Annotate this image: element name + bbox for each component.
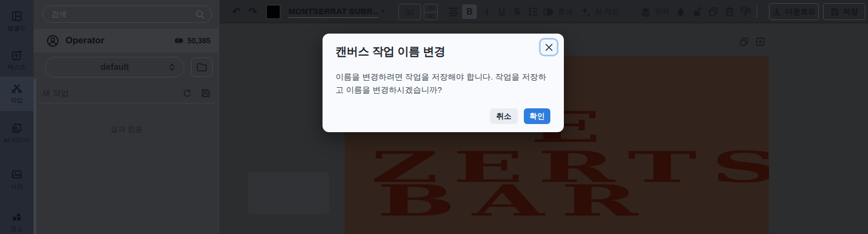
transparency-icon[interactable] <box>673 0 689 23</box>
app-root: 템플릿 텍스트 작업 AI 이미지 사진 요소 <box>0 0 868 234</box>
sparkles-icon <box>581 6 591 17</box>
open-folder-button[interactable] <box>191 57 213 77</box>
rename-confirm-dialog: 캔버스 작업 이름 변경 이름을 변경하려면 작업을 저장해야 합니다. 작업을… <box>323 34 564 132</box>
folder-icon <box>196 62 207 72</box>
save-work-icon[interactable] <box>201 88 211 98</box>
undo-button[interactable]: ↶ <box>229 0 244 23</box>
sidebar-item-elements[interactable]: 요소 <box>0 205 34 234</box>
dialog-title: 캔버스 작업 이름 변경 <box>336 44 445 59</box>
confirm-button[interactable]: 확인 <box>524 108 550 124</box>
panel-scrollbar[interactable] <box>34 79 36 234</box>
search-input[interactable] <box>42 5 212 23</box>
chevron-down-icon: ▾ <box>382 7 385 15</box>
size-down-icon[interactable] <box>424 12 437 20</box>
font-size-input[interactable] <box>398 4 421 20</box>
layers-icon <box>640 6 651 17</box>
folder-select[interactable]: default <box>45 57 185 77</box>
ai-write-button[interactable]: AI 작성 <box>581 0 619 23</box>
work-name-row: 새 작업 <box>38 84 215 103</box>
work-name-input[interactable]: 새 작업 <box>42 88 69 99</box>
sidebar-item-label: AI 이미지 <box>4 136 30 145</box>
cancel-button[interactable]: 취소 <box>490 108 518 124</box>
close-button[interactable] <box>539 38 558 56</box>
format-painter-icon[interactable] <box>738 0 754 23</box>
user-icon <box>47 35 59 47</box>
bold-button[interactable]: B <box>462 4 477 19</box>
redo-button[interactable]: ↷ <box>245 0 260 23</box>
poster-tagline: Satisfy your <box>632 230 745 234</box>
position-button[interactable]: 위치 <box>640 0 669 23</box>
search-icon <box>195 9 205 20</box>
template-icon <box>11 11 22 22</box>
dialog-message: 이름을 변경하려면 작업을 저장해야 합니다. 작업을 저장하고 이름을 변경하… <box>336 70 551 96</box>
save-button[interactable]: 저장 <box>823 3 865 20</box>
blend-icon <box>543 7 554 17</box>
sidebar-item-label: 템플릿 <box>8 24 27 32</box>
coins-icon <box>174 37 184 44</box>
sidebar-item-label: 텍스트 <box>8 63 27 72</box>
download-label: 다운로드 <box>785 7 816 17</box>
size-up-icon[interactable] <box>424 4 437 12</box>
text-color-swatch[interactable] <box>266 5 280 19</box>
floppy-icon <box>831 8 839 16</box>
sidebar-item-templates[interactable]: 템플릿 <box>0 4 34 39</box>
ai-write-label: AI 작성 <box>595 7 619 17</box>
sidebar-item-label: 요소 <box>11 225 23 233</box>
sidebar-item-label: 사진 <box>11 183 23 191</box>
line-spacing-icon[interactable] <box>525 0 541 23</box>
poster-headline-line3: BAR <box>377 180 655 222</box>
credits-count: 50,385 <box>187 36 211 45</box>
sidebar-item-work[interactable]: 작업 <box>0 76 34 111</box>
folder-select-value: default <box>101 62 129 72</box>
font-size-stepper[interactable] <box>424 4 438 20</box>
photo-icon <box>11 169 22 180</box>
chevron-up-down-icon <box>169 63 175 72</box>
download-icon <box>772 7 781 16</box>
sidebar-item-photos[interactable]: 사진 <box>0 162 34 197</box>
download-button[interactable]: 다운로드 <box>769 3 819 20</box>
operator-row[interactable]: Operator 50,385 <box>34 29 219 53</box>
text-align-icon[interactable] <box>445 0 462 23</box>
strikethrough-button[interactable]: S <box>510 4 524 19</box>
trash-icon[interactable] <box>721 0 738 23</box>
scissors-icon <box>11 83 22 94</box>
elements-icon <box>11 211 22 222</box>
ai-image-icon <box>11 123 22 134</box>
underline-button[interactable]: U <box>495 4 509 19</box>
effects-button[interactable]: 효과 <box>543 0 573 23</box>
italic-button[interactable]: I <box>479 4 494 19</box>
left-rail: 템플릿 텍스트 작업 AI 이미지 사진 요소 <box>0 0 34 234</box>
operator-name: Operator <box>65 35 104 46</box>
add-page-icon[interactable] <box>755 37 765 47</box>
save-label: 저장 <box>843 7 858 17</box>
floating-panel-ghost <box>248 172 329 214</box>
effects-label: 효과 <box>557 7 573 17</box>
empty-results-text: 결과 없음 <box>34 125 219 134</box>
sidebar-item-ai-image[interactable]: AI 이미지 <box>0 116 34 151</box>
duplicate-icon[interactable] <box>705 0 721 23</box>
position-label: 위치 <box>654 7 669 17</box>
sidebar-item-label: 작업 <box>11 96 23 105</box>
unlock-icon[interactable] <box>689 0 705 23</box>
font-family-select[interactable]: MONTSERRAT SUBR... <box>288 6 378 18</box>
credits-badge: 50,385 <box>174 36 211 45</box>
refresh-icon[interactable] <box>182 88 192 98</box>
close-icon <box>545 43 553 51</box>
format-toolbar: ↶ ↷ MONTSERRAT SUBR... ▾ B I U S 효과 AI 작… <box>219 0 868 23</box>
toolbar-divider <box>757 5 757 18</box>
work-panel: Operator 50,385 default 새 작업 결과 없음 <box>34 0 219 234</box>
duplicate-page-icon[interactable] <box>739 37 749 47</box>
sidebar-item-text[interactable]: 텍스트 <box>0 43 34 78</box>
text-add-icon <box>11 50 22 61</box>
